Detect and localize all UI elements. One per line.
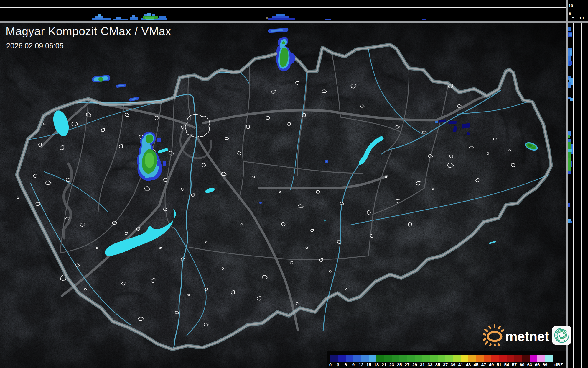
legend-tick-label: 29 — [412, 362, 417, 367]
legend-tick-label: 21 — [382, 362, 387, 367]
legend-tick-label: 0 — [329, 362, 332, 367]
height-axis-label: 10 — [569, 4, 573, 8]
legend-tick-label: 25 — [397, 362, 402, 367]
legend-color-segment — [476, 355, 484, 362]
legend-tick-label: 12 — [359, 362, 364, 367]
legend-color-segment — [330, 355, 338, 362]
height-gridline-10km — [581, 23, 582, 368]
legend-tick-label: 27 — [405, 362, 410, 367]
legend-tick-label: 23 — [389, 362, 394, 367]
profile-radar-echo — [570, 50, 572, 55]
profile-radar-echo — [113, 19, 128, 20]
panel-separator-horizontal — [0, 21, 588, 23]
profile-radar-echo — [92, 18, 111, 20]
legend-color-segment — [484, 355, 491, 362]
legend-color-segment — [522, 355, 530, 362]
profile-radar-echo — [570, 221, 572, 223]
legend-tick-label: 37 — [443, 362, 448, 367]
legend-tick-label: 45 — [474, 362, 479, 367]
profile-radar-echo — [132, 15, 135, 18]
legend-color-segment — [461, 355, 468, 362]
legend-color-segment — [422, 355, 430, 362]
legend-tick-label: 51 — [497, 362, 502, 367]
profile-radar-echo — [422, 19, 426, 20]
legend-tick-label: 6 — [345, 362, 347, 367]
reflectivity-legend: 0369121518212325272931333537394143454749… — [327, 351, 566, 368]
legend-color-segment — [445, 355, 453, 362]
legend-tick-label: 54 — [504, 362, 509, 367]
metnet-logo: metnet — [483, 324, 572, 346]
legend-tick-label: 69 — [543, 362, 548, 367]
height-axis-label: 5 — [569, 11, 571, 16]
legend-tick-label: 57 — [512, 362, 517, 367]
legend-color-segment — [346, 355, 353, 362]
profile-radar-echo — [146, 19, 154, 20]
profile-radar-echo — [98, 14, 101, 17]
legend-color-segment — [361, 355, 369, 362]
lake-tata — [159, 150, 167, 152]
legend-tick-label: 33 — [428, 362, 433, 367]
profile-radar-echo — [569, 61, 572, 65]
legend-tick-label: 18 — [374, 362, 379, 367]
profile-radar-echo — [571, 161, 572, 167]
legend-tick-label: 35 — [435, 362, 440, 367]
page-title: Magyar Kompozit CMax / VMax — [6, 25, 171, 38]
legend-tick-label: 66 — [535, 362, 540, 367]
legend-tick-label: 41 — [458, 362, 463, 367]
profile-radar-echo — [568, 203, 570, 207]
legend-tick-label: 9 — [352, 362, 355, 367]
distance-axis-label: 10 — [579, 16, 584, 20]
height-gridline-10km — [0, 7, 566, 8]
profile-radar-echo — [568, 171, 571, 174]
panel-separator-vertical — [566, 0, 568, 368]
sun-icon — [483, 324, 505, 346]
right-height-profile-panel — [568, 23, 588, 368]
radar-composite-view: 10 5 5 10 — [0, 0, 588, 368]
profile-radar-echo — [568, 149, 572, 152]
legend-color-segment — [507, 355, 514, 362]
profile-radar-echo — [159, 16, 166, 19]
distance-axis-label: 5 — [572, 16, 574, 20]
profile-radar-echo — [568, 135, 570, 138]
legend-tick-label: 3 — [337, 362, 339, 367]
legend-colorbar — [330, 355, 553, 362]
legend-color-segment — [537, 355, 545, 362]
map-area — [0, 23, 566, 368]
profile-radar-echo — [570, 98, 573, 101]
height-gridline-5km — [573, 23, 574, 368]
timestamp: 2026.02.09 06:05 — [6, 42, 64, 50]
legend-tick-label: 47 — [481, 362, 486, 367]
legend-color-segment — [430, 355, 438, 362]
legend-color-segment — [468, 355, 476, 362]
profile-radar-echo — [145, 17, 154, 19]
legend-color-segment — [369, 355, 376, 362]
profile-radar-echo — [568, 82, 571, 88]
hungary-radar-map — [0, 23, 566, 368]
legend-color-segment — [415, 355, 422, 362]
profile-radar-echo — [282, 16, 289, 18]
legend-color-segment — [530, 355, 537, 362]
legend-tick-label: 15 — [366, 362, 371, 367]
legend-color-segment — [545, 355, 553, 362]
profile-radar-echo — [325, 19, 331, 20]
profile-radar-echo — [116, 17, 121, 19]
legend-tick-label: 31 — [420, 362, 425, 367]
legend-color-segment — [384, 355, 392, 362]
legend-tick-label: 39 — [451, 362, 456, 367]
legend-color-segment — [514, 355, 522, 362]
legend-tick-label: 43 — [466, 362, 471, 367]
legend-color-segment — [499, 355, 507, 362]
metnet-app-icon — [552, 325, 572, 345]
legend-color-segment — [399, 355, 407, 362]
top-height-profile-panel — [0, 0, 566, 21]
legend-tick-label: 60 — [520, 362, 525, 367]
legend-color-segment — [491, 355, 499, 362]
profile-axis-corner: 10 5 5 10 — [568, 0, 588, 21]
legend-color-segment — [392, 355, 399, 362]
legend-color-segment — [353, 355, 361, 362]
legend-color-segment — [376, 355, 384, 362]
legend-tick-label: 49 — [489, 362, 494, 367]
profile-radar-echo — [569, 33, 572, 36]
legend-color-segment — [453, 355, 461, 362]
legend-color-segment — [407, 355, 415, 362]
